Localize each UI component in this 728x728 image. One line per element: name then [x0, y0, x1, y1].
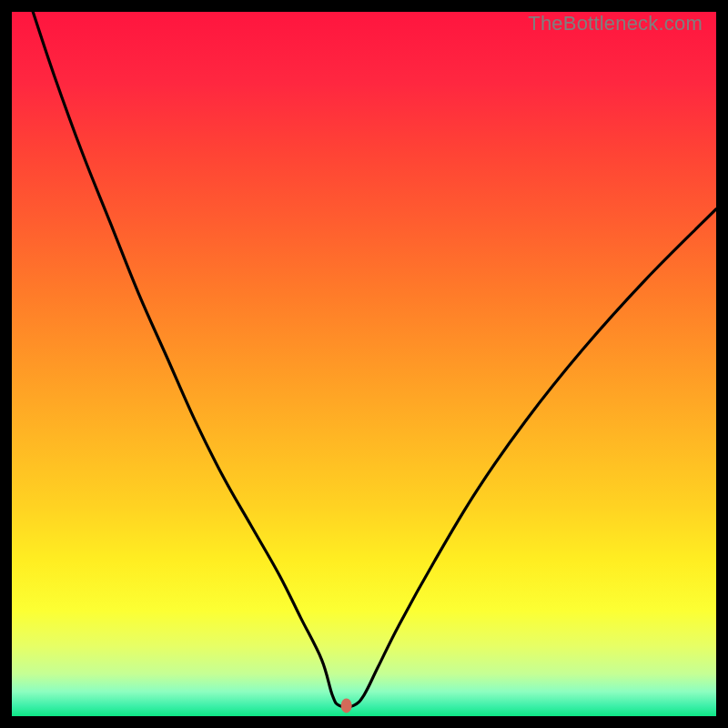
watermark-text: TheBottleneck.com — [528, 12, 703, 35]
optimal-point-marker — [341, 698, 352, 713]
chart-frame: TheBottleneck.com — [12, 12, 716, 716]
bottleneck-chart — [12, 12, 716, 716]
gradient-background — [12, 12, 716, 716]
